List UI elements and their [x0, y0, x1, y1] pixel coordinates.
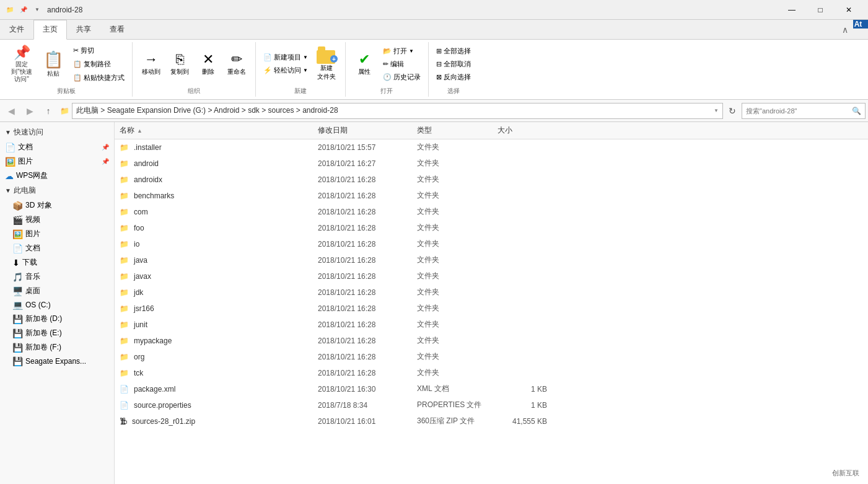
sidebar-item-wps[interactable]: ☁ WPS网盘	[0, 169, 114, 183]
window-controls: — □ ✕	[778, 0, 863, 20]
new-small-btns: 📄 新建项目 ▼ ⚡ 轻松访问 ▼	[261, 51, 310, 76]
drive-c-label: OS (C:)	[25, 301, 51, 309]
refresh-button[interactable]: ↻	[724, 103, 740, 119]
search-icon[interactable]: 🔍	[852, 107, 861, 115]
col-header-type[interactable]: 类型	[412, 125, 493, 136]
file-name: io	[134, 240, 139, 249]
table-row[interactable]: 📁 org 2018/10/21 16:28 文件夹	[115, 349, 868, 365]
invert-select-button[interactable]: ⊠ 反向选择	[434, 71, 473, 83]
copy-to-button[interactable]: ⎘ 复制到	[166, 49, 193, 79]
back-button[interactable]: ◀	[2, 102, 20, 120]
sidebar-item-music[interactable]: 🎵 音乐	[0, 270, 114, 284]
file-name: com	[134, 208, 148, 216]
table-row[interactable]: 📁 benchmarks 2018/10/21 16:28 文件夹	[115, 188, 868, 204]
col-header-date[interactable]: 修改日期	[313, 125, 412, 136]
file-name-cell: 📁 android	[115, 159, 313, 168]
delete-button[interactable]: ✕ 删除	[195, 49, 222, 79]
table-row[interactable]: 📁 com 2018/10/21 16:28 文件夹	[115, 204, 868, 220]
pin-quickaccess-button[interactable]: 📌 固定到"快速访问"	[5, 42, 38, 86]
up-button[interactable]: ↑	[40, 102, 57, 120]
file-icon: 📁	[120, 224, 129, 232]
table-row[interactable]: 📁 javax 2018/10/21 16:28 文件夹	[115, 268, 868, 284]
deselect-all-button[interactable]: ⊟ 全部取消	[434, 58, 473, 70]
col-header-name[interactable]: 名称 ▲	[115, 125, 313, 136]
paste-label: 粘贴	[47, 69, 59, 78]
table-row[interactable]: 📁 android 2018/10/21 16:27 文件夹	[115, 156, 868, 172]
quick-access-header[interactable]: ▼ 快速访问	[0, 125, 114, 140]
select-all-button[interactable]: ⊞ 全部选择	[434, 45, 473, 57]
rename-button[interactable]: ✏ 重命名	[223, 49, 250, 79]
table-row[interactable]: 📄 package.xml 2018/10/21 16:30 XML 文档 1 …	[115, 381, 868, 397]
maximize-button[interactable]: □	[806, 0, 835, 20]
sidebar-item-docs2[interactable]: 📄 文档	[0, 241, 114, 255]
delete-icon: ✕	[203, 51, 214, 68]
sidebar-item-desktop[interactable]: 🖥️ 桌面	[0, 284, 114, 298]
sidebar-item-drive-d[interactable]: 💾 新加卷 (D:)	[0, 312, 114, 326]
pin-icon: 📌	[19, 5, 28, 15]
sidebar-item-downloads[interactable]: ⬇ 下载	[0, 255, 114, 270]
file-name: benchmarks	[134, 191, 174, 200]
path-dropdown-arrow[interactable]: ▼	[714, 108, 719, 113]
open-small-btns: 📂 打开 ▼ ✏ 编辑 🕐 历史记录	[380, 45, 423, 83]
tab-home[interactable]: 主页	[33, 20, 67, 40]
paste-shortcut-button[interactable]: 📋 粘贴快捷方式	[71, 72, 127, 84]
sidebar-item-3d[interactable]: 📦 3D 对象	[0, 198, 114, 213]
file-type-cell: 文件夹	[412, 319, 493, 330]
table-row[interactable]: 📁 jdk 2018/10/21 16:28 文件夹	[115, 284, 868, 301]
table-row[interactable]: 📄 source.properties 2018/7/18 8:34 PROPE…	[115, 397, 868, 413]
table-row[interactable]: 📁 java 2018/10/21 16:28 文件夹	[115, 252, 868, 268]
table-row[interactable]: 📁 mypackage 2018/10/21 16:28 文件夹	[115, 333, 868, 349]
search-input[interactable]	[746, 107, 849, 115]
paste-button[interactable]: 📋 粘贴	[40, 48, 67, 81]
sidebar-item-video[interactable]: 🎬 视频	[0, 213, 114, 227]
easy-access-button[interactable]: ⚡ 轻松访问 ▼	[261, 64, 310, 76]
sidebar-item-pictures[interactable]: 🖼️ 图片 📌	[0, 154, 114, 169]
cut-label: 剪切	[81, 46, 94, 55]
sidebar-item-os-c[interactable]: 💻 OS (C:)	[0, 298, 114, 312]
table-row[interactable]: 🗜 sources-28_r01.zip 2018/10/21 16:01 36…	[115, 413, 868, 429]
file-date-cell: 2018/10/21 16:28	[313, 256, 412, 265]
sidebar-item-drive-f[interactable]: 💾 新加卷 (F:)	[0, 340, 114, 354]
new-item-button[interactable]: 📄 新建项目 ▼	[261, 51, 310, 63]
address-path[interactable]: 此电脑 > Seagate Expansion Drive (G:) > And…	[72, 103, 723, 119]
table-row[interactable]: 📁 io 2018/10/21 16:28 文件夹	[115, 236, 868, 252]
table-row[interactable]: 📁 junit 2018/10/21 16:28 文件夹	[115, 317, 868, 333]
file-date-cell: 2018/10/21 16:28	[313, 337, 412, 345]
table-row[interactable]: 📁 androidx 2018/10/21 16:28 文件夹	[115, 172, 868, 188]
properties-button[interactable]: ✔ 属性	[351, 49, 378, 79]
sidebar-item-images[interactable]: 🖼️ 图片	[0, 227, 114, 241]
copy-path-button[interactable]: 📋 复制路径	[71, 58, 127, 70]
table-row[interactable]: 📁 foo 2018/10/21 16:28 文件夹	[115, 220, 868, 236]
file-name: java	[134, 256, 147, 265]
file-icon: 📁	[120, 191, 129, 200]
col-header-size[interactable]: 大小	[493, 125, 555, 136]
file-date-cell: 2018/10/21 16:28	[313, 369, 412, 377]
paste-icon: 📋	[43, 50, 63, 69]
history-button[interactable]: 🕐 历史记录	[380, 71, 423, 83]
forward-button[interactable]: ▶	[21, 102, 38, 120]
edit-button[interactable]: ✏ 编辑	[380, 58, 423, 70]
ribbon-collapse-btn[interactable]: ∧	[842, 20, 853, 39]
close-button[interactable]: ✕	[835, 0, 863, 20]
new-folder-button[interactable]: + 新建 文件夹	[313, 44, 340, 84]
open-button[interactable]: 📂 打开 ▼	[380, 45, 423, 57]
tab-view[interactable]: 查看	[100, 20, 134, 39]
documents-label: 文档	[18, 142, 33, 152]
minimize-button[interactable]: —	[778, 0, 806, 20]
sidebar-item-seagate[interactable]: 💾 Seagate Expans...	[0, 354, 114, 368]
tab-file[interactable]: 文件	[0, 20, 33, 39]
cut-button[interactable]: ✂ 剪切	[71, 45, 127, 56]
this-pc-header[interactable]: ▼ 此电脑	[0, 183, 114, 198]
clipboard-group-label: 剪贴板	[57, 87, 76, 97]
move-to-button[interactable]: → 移动到	[138, 49, 165, 79]
tab-share[interactable]: 共享	[67, 20, 100, 39]
search-box[interactable]: 🔍	[742, 103, 866, 119]
sidebar-item-documents[interactable]: 📄 文档 📌	[0, 140, 114, 154]
table-row[interactable]: 📁 .installer 2018/10/21 15:57 文件夹	[115, 139, 868, 156]
edit-label: 编辑	[390, 59, 404, 69]
ribbon-group-open: ✔ 属性 📂 打开 ▼ ✏ 编辑 🕐 历史记录	[346, 42, 429, 97]
table-row[interactable]: 📁 tck 2018/10/21 16:28 文件夹	[115, 365, 868, 381]
drive-d-icon: 💾	[12, 314, 23, 324]
sidebar-item-drive-e[interactable]: 💾 新加卷 (E:)	[0, 326, 114, 340]
table-row[interactable]: 📁 jsr166 2018/10/21 16:28 文件夹	[115, 301, 868, 317]
